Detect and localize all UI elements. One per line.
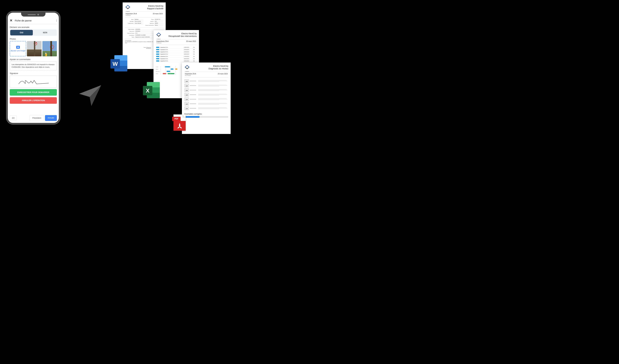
field-row: ManagerPierre Duvolet — [125, 21, 143, 22]
intervention-row: Inspection 29- A 18/03/2023 Ok — [156, 58, 197, 60]
doc1-sig-date: 20/03/2023 — [144, 48, 151, 49]
field-row: PosteAZ-456-TYU — [145, 19, 164, 20]
doc3-inspection-name: Inspection 29-A — [185, 73, 196, 75]
text-placeholder — [198, 102, 228, 105]
svg-point-13 — [186, 108, 186, 108]
toggle-yes[interactable]: OUI — [10, 30, 33, 35]
text-placeholder — [198, 98, 228, 101]
status-pill — [156, 49, 159, 50]
anomaly-row — [184, 101, 228, 106]
anomaly-row — [184, 88, 228, 92]
next-button[interactable]: Annuler — [45, 115, 57, 121]
svg-point-5 — [186, 90, 186, 90]
doc3-inspection-date: 20 mars 2023 — [218, 73, 228, 76]
image-placeholder-icon — [184, 79, 189, 83]
svg-point-7 — [186, 94, 186, 94]
company-logo-icon: COMPANY — [156, 32, 162, 38]
signature-pad[interactable] — [10, 76, 57, 88]
image-placeholder-icon — [184, 88, 189, 92]
field-row: Matricule235345 — [145, 23, 164, 24]
bar-placeholder — [190, 79, 197, 83]
cancel-operation-button[interactable]: ANNULER L'OPERATION — [10, 97, 57, 104]
anomalies-corrected-label: Anomalies corrigées — [184, 113, 228, 115]
image-placeholder-icon — [184, 107, 189, 110]
text-placeholder — [198, 84, 228, 87]
antenna-badge-icon: ⟂ — [34, 42, 37, 45]
status-pill — [156, 47, 159, 48]
doc3-inspection-status: Anomalies — [185, 75, 196, 76]
svg-point-11 — [186, 103, 186, 104]
send-icon — [78, 83, 102, 108]
worker-silhouette — [45, 53, 47, 56]
svg-point-3 — [186, 85, 186, 85]
status-pill — [156, 54, 159, 55]
bar-placeholder — [190, 102, 197, 105]
company-logo-icon: COMPANY — [184, 65, 190, 71]
add-image-button[interactable]: Ajouter une image — [10, 41, 26, 56]
image-placeholder-icon — [184, 93, 189, 96]
status-pill — [156, 51, 159, 53]
field-row: Centre d'embaucheNantes — [145, 25, 164, 26]
anomaly-row — [184, 106, 228, 110]
doc1-inspection-status: Réalisée — [126, 15, 137, 16]
phone-notch — [21, 13, 45, 16]
prev-button[interactable]: Précédent — [29, 115, 44, 121]
company-logo-icon: COMPANY — [125, 5, 131, 11]
field-row: Secteur29-A — [145, 21, 164, 22]
highlight-circle — [50, 45, 54, 49]
intervention-row: Inspection 29- A 14/03/2023 Ok — [156, 49, 197, 51]
image-placeholder-icon — [184, 84, 189, 87]
pdf-file-icon: PDF — [172, 114, 187, 133]
doc-diagnostic-reseau: COMPANY Electro-NextCity Diagnostic du r… — [182, 63, 231, 134]
field-row: CollaborateurOlivier Maroulll — [125, 23, 143, 24]
comment-label: Ajouter un commentaire — [10, 58, 57, 61]
bar-placeholder — [190, 84, 197, 87]
text-placeholder — [198, 88, 228, 92]
phone-screen: ✕ Fiche de panne Déclarer une anomalie O… — [8, 13, 59, 123]
text-placeholder — [198, 93, 228, 96]
doc3-title: Electro-NextCity Diagnostic du réseau — [209, 65, 228, 71]
bar-placeholder — [190, 93, 197, 96]
anomaly-toggle: OUI NON — [10, 29, 57, 36]
doc1-inspection-name: Inspection 29-A — [126, 13, 137, 15]
save-start-button[interactable]: ENREGISTRER POUR DEMARRER — [10, 89, 57, 96]
intervention-row: Inspection 29- A 15/03/2023 Ok — [156, 51, 197, 53]
doc1-inspection-date: 20 mars 2023 — [153, 13, 163, 16]
toggle-no[interactable]: NON — [34, 30, 56, 35]
field-row: StatutRéalisée — [125, 19, 143, 20]
status-pill — [156, 56, 159, 57]
image-placeholder-icon — [184, 102, 189, 105]
photo-thumb-1[interactable]: ⟂ — [27, 41, 42, 56]
intervention-row: Inspection 29- A 16/03/2023 Ok — [156, 53, 197, 55]
bar-placeholder — [190, 98, 197, 101]
image-placeholder-icon — [184, 98, 189, 101]
app-header: ✕ Fiche de panne — [10, 17, 57, 24]
anomaly-label: Déclarer une anomalie — [10, 26, 57, 28]
signature-label: Signature — [10, 72, 57, 75]
page-indicator: 2/2 — [10, 115, 17, 121]
comment-textarea[interactable]: Les intempéries du 03/04/2023 ont impact… — [10, 62, 57, 70]
intervention-row: Inspection 29- A 13/03/2023 Ok — [156, 46, 197, 49]
svg-point-9 — [186, 99, 186, 99]
camera-icon — [16, 46, 20, 49]
field-row: Date de début13/03/2023 — [125, 28, 163, 30]
page-title: Fiche de panne — [15, 19, 31, 22]
anomaly-row — [184, 92, 228, 97]
photo-thumb-2[interactable] — [42, 41, 57, 56]
photos-row: Ajouter une image ⟂ — [10, 41, 57, 56]
word-file-icon: W — [111, 55, 128, 73]
signature-stroke — [17, 78, 50, 86]
kebab-menu-icon[interactable] — [56, 19, 57, 22]
doc2-inspection-name: Inspections 29-A — [156, 40, 169, 42]
text-placeholder — [198, 107, 228, 110]
add-image-label: Ajouter une image — [11, 50, 25, 52]
doc2-inspection-date: 20 mars 2023 — [186, 40, 196, 44]
intervention-row: Inspection 29- A 17/03/2023 Ok — [156, 55, 197, 58]
close-icon[interactable]: ✕ — [10, 18, 13, 22]
status-pill — [156, 58, 159, 59]
doc2-inspection-status: Réalisée — [156, 42, 169, 44]
status-pill — [156, 60, 159, 62]
phone-mockup: ✕ Fiche de panne Déclarer une anomalie O… — [6, 11, 60, 124]
svg-point-1 — [186, 81, 186, 81]
bar-placeholder — [190, 107, 197, 110]
